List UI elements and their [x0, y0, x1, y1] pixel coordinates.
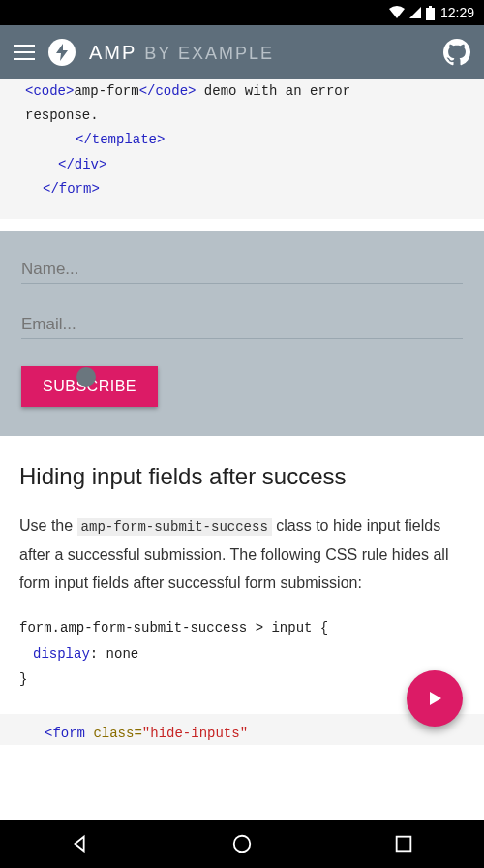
code-text: "hide-inputs"	[142, 726, 248, 741]
code-block-top: <code>amp-form</code> demo with an error…	[0, 79, 484, 219]
code-text: display	[33, 646, 90, 662]
svg-rect-3	[396, 837, 410, 852]
code-block-bottom: <form class="hide-inputs"	[0, 714, 484, 745]
code-text: amp-form	[74, 83, 138, 99]
svg-rect-0	[426, 8, 435, 20]
code-text: </code>	[139, 83, 197, 99]
brand-main: AMP	[89, 42, 136, 64]
code-text: form.amp-form-submit-success > input {	[19, 615, 465, 641]
code-text: : none	[90, 646, 138, 662]
android-navbar	[0, 820, 484, 868]
article-section: Hiding input fields after success Use th…	[0, 436, 484, 607]
code-text: response.	[25, 104, 459, 128]
brand-sub: BY EXAMPLE	[144, 44, 274, 64]
recents-icon[interactable]	[393, 833, 414, 854]
app-header: AMP BY EXAMPLE	[0, 25, 484, 79]
svg-rect-1	[429, 6, 432, 8]
code-text: }	[19, 666, 465, 693]
back-icon[interactable]	[70, 833, 91, 854]
inline-code: amp-form-submit-success	[77, 518, 272, 536]
code-text: </form>	[43, 181, 100, 197]
section-paragraph: Use the amp-form-submit-success class to…	[19, 512, 465, 598]
code-text: <code>	[25, 83, 74, 99]
code-text: </div>	[58, 157, 106, 172]
amp-logo-icon	[48, 39, 76, 66]
touch-ripple-indicator	[76, 367, 96, 387]
code-text: demo with an error	[196, 83, 350, 99]
wifi-icon	[389, 6, 405, 19]
play-fab[interactable]	[407, 670, 463, 727]
name-input[interactable]	[21, 256, 463, 284]
body-text: Use the	[19, 517, 77, 534]
code-text: <form	[45, 726, 85, 741]
play-icon	[426, 690, 443, 707]
clock: 12:29	[440, 5, 474, 20]
form-demo-card: SUBSCRIBE	[0, 231, 484, 436]
cell-icon	[408, 6, 422, 19]
section-heading: Hiding input fields after success	[19, 463, 465, 490]
battery-icon	[426, 6, 435, 20]
code-text: </template>	[76, 132, 165, 147]
svg-point-2	[234, 836, 251, 852]
page-content[interactable]: <code>amp-form</code> demo with an error…	[0, 79, 484, 820]
github-icon[interactable]	[443, 39, 470, 66]
brand-title: AMP BY EXAMPLE	[89, 42, 274, 64]
home-icon[interactable]	[231, 833, 253, 854]
code-text: class=	[85, 726, 142, 741]
menu-icon[interactable]	[14, 45, 35, 60]
email-input[interactable]	[21, 311, 463, 339]
android-statusbar: 12:29	[0, 0, 484, 25]
